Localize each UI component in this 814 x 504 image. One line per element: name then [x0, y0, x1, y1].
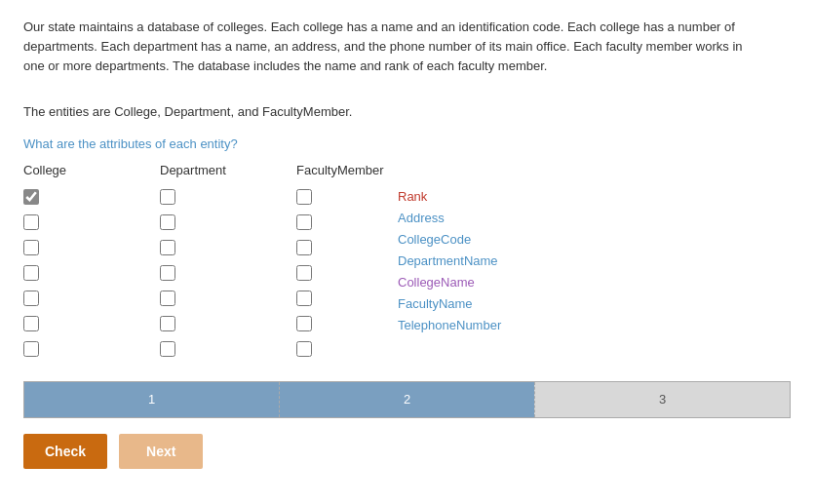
college-check-0[interactable]: [23, 189, 39, 205]
faculty-check-2[interactable]: [296, 240, 312, 255]
question-label: What are the attributes of each entity?: [23, 136, 791, 151]
dept-check-4[interactable]: [160, 291, 175, 306]
college-checkbox-0[interactable]: [23, 186, 39, 208]
college-check-4[interactable]: [23, 291, 39, 306]
attr-departmentname: DepartmentName: [398, 251, 498, 272]
progress-segment-1[interactable]: 1: [24, 382, 280, 417]
attr-collegename: CollegeName: [398, 272, 475, 293]
dept-checkbox-5[interactable]: [160, 313, 175, 334]
attribute-labels-column: Rank Address CollegeCode DepartmentName …: [394, 161, 501, 364]
check-button[interactable]: Check: [23, 434, 107, 469]
college-checkbox-1[interactable]: [23, 212, 39, 233]
attr-telephonenumber: TelephoneNumber: [398, 315, 501, 336]
faculty-checkbox-1[interactable]: [296, 212, 312, 233]
dept-checkbox-0[interactable]: [160, 186, 175, 208]
faculty-column: FacultyMember: [296, 161, 394, 364]
dept-check-2[interactable]: [160, 240, 175, 255]
dept-checkbox-4[interactable]: [160, 288, 175, 309]
faculty-check-6[interactable]: [296, 341, 312, 357]
college-check-2[interactable]: [23, 240, 39, 255]
attr-facultyname: FacultyName: [398, 293, 473, 315]
progress-bar: 1 2 3: [23, 381, 791, 418]
progress-segment-3-label: 3: [659, 392, 666, 407]
college-checkbox-6[interactable]: [23, 338, 39, 360]
attr-address: Address: [398, 208, 445, 229]
college-check-6[interactable]: [23, 341, 39, 357]
entities-line: The entities are College, Department, an…: [23, 102, 791, 122]
college-checkbox-4[interactable]: [23, 288, 39, 309]
faculty-check-3[interactable]: [296, 265, 312, 281]
faculty-check-0[interactable]: [296, 189, 312, 205]
department-header: Department: [160, 161, 226, 180]
faculty-header: FacultyMember: [296, 161, 384, 180]
college-check-5[interactable]: [23, 316, 39, 331]
dept-check-3[interactable]: [160, 265, 175, 281]
faculty-check-5[interactable]: [296, 316, 312, 331]
college-checkbox-2[interactable]: [23, 237, 39, 258]
faculty-checkbox-6[interactable]: [296, 338, 312, 360]
college-checkbox-5[interactable]: [23, 313, 39, 334]
college-header: College: [23, 161, 66, 180]
progress-segment-3[interactable]: 3: [534, 382, 790, 417]
attributes-section: College Department: [23, 161, 791, 364]
faculty-checkbox-5[interactable]: [296, 313, 312, 334]
faculty-checkbox-2[interactable]: [296, 237, 312, 258]
next-button[interactable]: Next: [119, 434, 203, 469]
dept-check-6[interactable]: [160, 341, 175, 357]
progress-segment-2[interactable]: 2: [280, 382, 534, 417]
faculty-check-4[interactable]: [296, 291, 312, 306]
college-column: College: [23, 161, 160, 364]
attr-rank: Rank: [398, 186, 427, 208]
dept-checkbox-1[interactable]: [160, 212, 175, 233]
faculty-checkbox-4[interactable]: [296, 288, 312, 309]
attr-header-spacer: [394, 161, 398, 180]
department-column: Department: [160, 161, 296, 364]
progress-segment-2-label: 2: [404, 392, 410, 407]
dept-checkbox-2[interactable]: [160, 237, 175, 258]
faculty-checkbox-0[interactable]: [296, 186, 312, 208]
dept-checkbox-3[interactable]: [160, 262, 175, 284]
college-check-3[interactable]: [23, 265, 39, 281]
dept-check-1[interactable]: [160, 214, 175, 230]
progress-segment-1-label: 1: [148, 392, 155, 407]
faculty-checkbox-3[interactable]: [296, 262, 312, 284]
faculty-check-1[interactable]: [296, 214, 312, 230]
college-checkbox-3[interactable]: [23, 262, 39, 284]
college-check-1[interactable]: [23, 214, 39, 230]
description-para1: Our state maintains a database of colleg…: [23, 18, 764, 76]
dept-checkbox-6[interactable]: [160, 338, 175, 360]
attr-collegecode: CollegeCode: [398, 229, 471, 251]
dept-check-5[interactable]: [160, 316, 175, 331]
dept-check-0[interactable]: [160, 189, 175, 205]
buttons-row: Check Next: [23, 434, 791, 469]
